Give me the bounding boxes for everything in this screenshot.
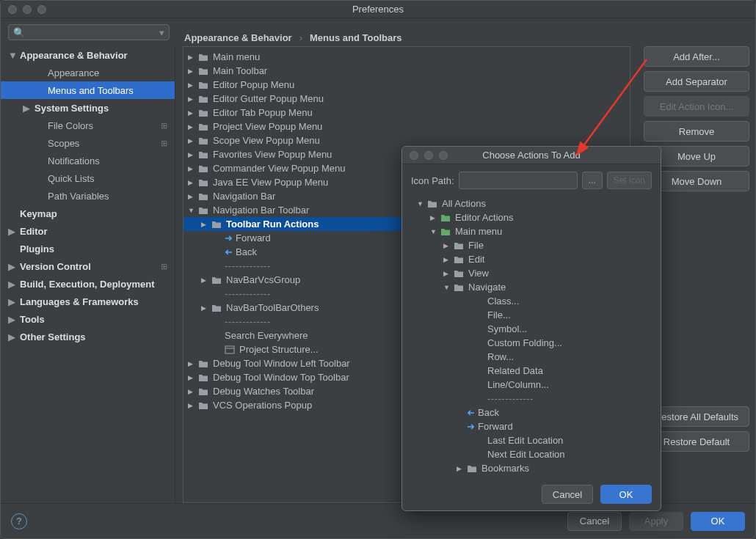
tree-row[interactable]: ▶Editor Tab Popup Menu: [183, 106, 630, 120]
tree-row-label: Navigate: [468, 282, 506, 293]
tree-row[interactable]: ▶Editor Popup Menu: [183, 78, 630, 92]
sidebar-item-label: Menus and Toolbars: [46, 85, 134, 96]
tree-row-label: Class...: [487, 296, 519, 307]
tree-row[interactable]: ➜Back: [411, 406, 652, 419]
help-icon[interactable]: ?: [11, 513, 27, 529]
tree-row[interactable]: ▶Bookmarks: [411, 461, 652, 475]
tree-row[interactable]: ▼Navigate: [411, 280, 652, 294]
sidebar-item-appearance[interactable]: Appearance: [1, 64, 175, 81]
sidebar-item-label: Quick Lists: [46, 173, 95, 184]
sidebar-item-path-variables[interactable]: Path Variables: [1, 187, 175, 205]
tree-row-label: Commander View Popup Menu: [213, 163, 345, 174]
sidebar-item-scopes[interactable]: Scopes⊞: [1, 134, 175, 152]
tree-row-label: Back: [236, 246, 257, 257]
tree-row[interactable]: File...: [411, 308, 652, 322]
tree-row-label: Navigation Bar Toolbar: [213, 205, 309, 216]
search-input[interactable]: 🔍 ▾: [8, 24, 170, 40]
tree-row[interactable]: ▶Editor Gutter Popup Menu: [183, 92, 630, 106]
chevron-icon: ▶: [201, 276, 211, 284]
add-separator-button[interactable]: Add Separator: [644, 71, 749, 92]
scope-badge-icon: ⊞: [161, 139, 167, 148]
chevron-right-icon: ▶: [23, 103, 33, 114]
tree-row[interactable]: ▶Edit: [411, 252, 652, 266]
folder-icon: [440, 213, 452, 223]
tree-row-label: Scope View Popup Menu: [213, 135, 320, 146]
tree-row-label: -------------: [225, 288, 271, 299]
folder-icon: [454, 268, 465, 279]
folder-icon: [198, 66, 210, 76]
tree-row[interactable]: Row...: [411, 350, 652, 364]
browse-button[interactable]: ...: [582, 172, 603, 189]
add-after-button[interactable]: Add After...: [644, 46, 749, 67]
dialog-cancel-button[interactable]: Cancel: [542, 485, 593, 504]
tree-row[interactable]: ▼All Actions: [411, 197, 652, 210]
tree-row[interactable]: -------------: [411, 392, 652, 406]
folder-icon: [440, 227, 452, 237]
chevron-right-icon: ▶: [8, 296, 18, 307]
chevron-icon: ▶: [188, 179, 198, 186]
tree-row[interactable]: Line/Column...: [411, 378, 652, 392]
sidebar-item-label: Editor: [18, 226, 48, 237]
dialog-ok-button[interactable]: OK: [600, 485, 652, 504]
sidebar-item-notifications[interactable]: Notifications: [1, 152, 175, 169]
tree-row[interactable]: Next Edit Location: [411, 447, 652, 461]
tree-row[interactable]: Class...: [411, 294, 652, 308]
sidebar-item-system-settings[interactable]: ▶System Settings: [1, 99, 175, 117]
tree-row[interactable]: ➜Forward: [411, 419, 652, 433]
sidebar-item-tools[interactable]: ▶Tools: [1, 310, 175, 328]
chevron-icon: ▶: [188, 193, 198, 200]
back-icon: ➜: [467, 407, 475, 418]
chevron-down-icon[interactable]: ▾: [159, 27, 164, 38]
tree-row-label: Favorites View Popup Menu: [213, 149, 332, 160]
tree-row[interactable]: ▶Editor Actions: [411, 210, 652, 224]
tree-row-label: -------------: [225, 260, 271, 271]
folder-icon: [198, 108, 210, 118]
sidebar-item-appearance-behavior[interactable]: ▼Appearance & Behavior: [1, 46, 175, 64]
ok-button[interactable]: OK: [691, 512, 745, 531]
sidebar-item-quick-lists[interactable]: Quick Lists: [1, 169, 175, 187]
remove-button[interactable]: Remove: [644, 121, 749, 142]
tree-row[interactable]: ▼Main menu: [411, 224, 652, 238]
tree-row[interactable]: Custom Folding...: [411, 336, 652, 350]
tree-row[interactable]: Last Edit Location: [411, 433, 652, 447]
chevron-icon: ▶: [443, 256, 454, 263]
sidebar-item-other-settings[interactable]: ▶Other Settings: [1, 328, 175, 345]
sidebar-item-label: Scopes: [46, 138, 79, 149]
sidebar-item-version-control[interactable]: ▶Version Control⊞: [1, 257, 175, 275]
chevron-icon: ▶: [430, 214, 440, 221]
folder-icon: [198, 150, 210, 160]
tree-row[interactable]: ▶File: [411, 238, 652, 252]
tree-row[interactable]: ▶Main menu: [183, 50, 630, 64]
tree-row-label: Main Toolbar: [213, 65, 267, 76]
sidebar-item-menus-and-toolbars[interactable]: Menus and Toolbars: [1, 81, 175, 99]
tree-row-label: NavBarToolBarOthers: [226, 302, 319, 313]
folder-icon: [198, 122, 210, 132]
sidebar-item-label: Languages & Frameworks: [18, 296, 139, 307]
chevron-icon: ▶: [188, 360, 198, 367]
sidebar-item-build-execution-deployment[interactable]: ▶Build, Execution, Deployment: [1, 275, 175, 293]
sidebar-item-label: Appearance: [46, 67, 99, 78]
tree-row[interactable]: ▶Main Toolbar: [183, 64, 630, 78]
sidebar-item-editor[interactable]: ▶Editor: [1, 222, 175, 240]
tree-row-label: Editor Popup Menu: [213, 79, 294, 90]
actions-chooser-tree[interactable]: ▼All Actions▶Editor Actions▼Main menu▶Fi…: [411, 197, 652, 481]
back-icon: ➜: [225, 246, 233, 257]
sidebar-item-file-colors[interactable]: File Colors⊞: [1, 117, 175, 134]
tree-row[interactable]: Symbol...: [411, 322, 652, 336]
sidebar-item-plugins[interactable]: Plugins: [1, 240, 175, 257]
settings-sidebar: ▼Appearance & BehaviorAppearanceMenus an…: [1, 46, 175, 503]
chevron-icon: ▶: [188, 151, 198, 158]
tree-row[interactable]: ▶View: [411, 266, 652, 280]
tree-row[interactable]: ▶Project View Popup Menu: [183, 120, 630, 133]
icon-path-input[interactable]: [459, 172, 578, 189]
tree-row[interactable]: Related Data: [411, 364, 652, 378]
sidebar-item-keymap[interactable]: Keymap: [1, 205, 175, 222]
sidebar-item-languages-frameworks[interactable]: ▶Languages & Frameworks: [1, 293, 175, 310]
cancel-button[interactable]: Cancel: [567, 512, 622, 531]
titlebar: Preferences: [1, 1, 755, 18]
chevron-icon: ▶: [188, 109, 198, 117]
sidebar-item-label: File Colors: [46, 120, 93, 131]
tree-row-label: Main menu: [455, 226, 502, 237]
tree-row-label: Project View Popup Menu: [213, 121, 322, 132]
breadcrumb-root[interactable]: Appearance & Behavior: [184, 32, 292, 43]
